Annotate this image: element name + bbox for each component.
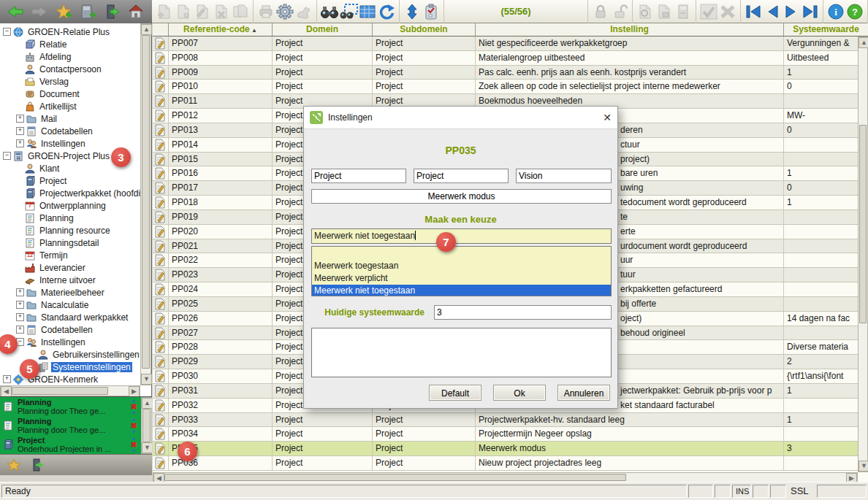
favorite-item[interactable]: ProjectOnderhoud Projecten in ...▲✖▼ xyxy=(0,435,141,454)
expand-icon[interactable]: + xyxy=(16,139,24,147)
current-value-field[interactable] xyxy=(434,305,612,320)
sidebar-item-materieelbeheer[interactable]: +Materieelbeheer xyxy=(0,286,140,299)
collapse-icon[interactable]: − xyxy=(3,28,11,36)
sort-updown-icon[interactable] xyxy=(403,2,422,21)
info-icon[interactable]: i xyxy=(826,2,845,21)
table-row[interactable]: PP034ProjectProjectProjecttermijn Negeer… xyxy=(153,427,868,442)
expand-icon[interactable]: + xyxy=(16,127,24,135)
sidebar-item-groen-relatie-plus[interactable]: −GROEN-Relatie Plus xyxy=(0,26,140,38)
remove-favorite-icon[interactable]: ✖ xyxy=(128,404,140,410)
nav-prev-icon[interactable] xyxy=(763,2,782,21)
column-header-Subdomein[interactable]: Subdomein xyxy=(373,23,476,36)
tree-scroll-thumb[interactable] xyxy=(142,35,150,369)
expand-icon[interactable]: + xyxy=(16,326,24,334)
expand-icon[interactable]: + xyxy=(16,301,24,309)
cancel-button[interactable]: Annuleren xyxy=(557,385,610,401)
setting-name-field[interactable] xyxy=(311,189,612,204)
domein-field[interactable] xyxy=(311,169,406,183)
column-header-Domein[interactable]: Domein xyxy=(273,23,373,36)
sidebar-item-projectwerkpakket-hoofdin[interactable]: Projectwerkpakket (hoofdin xyxy=(0,187,140,199)
expand-icon[interactable]: + xyxy=(16,313,24,321)
search-selection-icon[interactable] xyxy=(339,2,358,21)
sidebar-item-verslag[interactable]: Verslag xyxy=(0,75,140,88)
favorite-add-icon[interactable] xyxy=(54,2,73,21)
nav-next-icon[interactable] xyxy=(782,2,801,21)
bron-field[interactable] xyxy=(516,169,612,183)
sidebar-item-project[interactable]: Project xyxy=(0,174,140,187)
sidebar-item-termijn[interactable]: 12Termijn xyxy=(0,249,140,261)
table-vertical-scrollbar[interactable]: ▲ ▼ xyxy=(858,36,868,472)
expand-icon[interactable]: + xyxy=(16,288,24,296)
sidebar-item-codetabellen[interactable]: +Codetabellen xyxy=(0,125,140,137)
sidebar-item-instellingen[interactable]: −Instellingen xyxy=(0,336,140,348)
help-icon[interactable]: ? xyxy=(845,2,864,21)
notes-textarea[interactable] xyxy=(311,328,612,377)
column-header-Referentie-code[interactable]: Referentie-code ▲ xyxy=(169,23,273,36)
expand-icon[interactable]: + xyxy=(3,375,11,383)
choice-option[interactable] xyxy=(312,247,611,260)
column-header-Systeemwaarde[interactable]: Systeemwaarde xyxy=(784,23,868,36)
sidebar-item-nacalculatie[interactable]: +Nacalculatie xyxy=(0,299,140,311)
archive-add-icon[interactable] xyxy=(78,2,97,21)
sidebar-item-relatie[interactable]: Relatie xyxy=(0,38,140,50)
scroll-down-icon[interactable]: ▼ xyxy=(859,461,868,472)
table-hscroll-thumb[interactable] xyxy=(164,474,626,481)
move-down-icon[interactable]: ▼ xyxy=(128,448,140,454)
exit-door-icon[interactable] xyxy=(102,2,121,21)
ok-button[interactable]: Ok xyxy=(493,385,546,401)
scroll-up-icon[interactable]: ▲ xyxy=(141,24,152,35)
column-header-Instelling[interactable]: Instelling xyxy=(476,23,784,36)
table-row[interactable]: PP007ProjectProjectNiet gespecificeerde … xyxy=(153,36,868,51)
choice-option[interactable]: Meerwerk niet toegestaan xyxy=(312,285,611,296)
collapse-icon[interactable]: − xyxy=(3,152,11,160)
scroll-up-icon[interactable]: ▲ xyxy=(859,37,868,48)
refresh-icon[interactable] xyxy=(377,2,396,21)
favorite-item[interactable]: PlanningPlanning door Theo ge...▲✖▼ xyxy=(0,397,141,416)
sidebar-item-artikellijst[interactable]: Artikellijst xyxy=(0,100,140,112)
move-down-icon[interactable]: ▼ xyxy=(128,429,140,435)
tree-horizontal-scrollbar[interactable]: ◀ ▶ xyxy=(0,385,140,396)
scroll-right-icon[interactable]: ▶ xyxy=(129,386,140,397)
table-row[interactable]: PP033ProjectProjectProjectwerkpakket-hv.… xyxy=(153,413,868,428)
back-arrow-icon[interactable] xyxy=(6,2,25,21)
clipboard-check-icon[interactable] xyxy=(422,2,441,21)
table-row[interactable]: PP008ProjectProjectMaterialengroep uitbe… xyxy=(153,51,868,66)
sidebar-item-codetabellen[interactable]: +Codetabellen xyxy=(0,323,140,336)
choice-input[interactable]: Meerwerk niet toegestaan xyxy=(311,228,612,244)
choice-option[interactable]: Meerwerk verplicht xyxy=(312,272,611,285)
tree-hscroll-thumb[interactable] xyxy=(12,387,108,395)
nav-last-icon[interactable] xyxy=(801,2,820,21)
table-row[interactable]: PP010ProjectProjectZoek alleen op code i… xyxy=(153,80,868,94)
sidebar-item-standaard-werkpakket[interactable]: +Standaard werkpakket xyxy=(0,311,140,323)
exit-icon[interactable] xyxy=(28,455,47,474)
default-button[interactable]: Default xyxy=(429,385,481,401)
sidebar-item-gebruikersinstellingen[interactable]: Gebruikersinstellingen xyxy=(0,348,140,361)
sidebar-item-mail[interactable]: +Mail xyxy=(0,112,140,125)
table-row[interactable]: PP009ProjectProjectPas calc. eenh. prijs… xyxy=(153,66,868,80)
sidebar-item-planning[interactable]: Planning xyxy=(0,212,140,224)
favorites-icon[interactable] xyxy=(4,455,23,474)
home-icon[interactable] xyxy=(126,2,145,21)
table-row[interactable]: PP035ProjectProjectMeerwerk modus3 xyxy=(153,442,868,456)
nav-first-icon[interactable] xyxy=(744,2,763,21)
grid-view-icon[interactable] xyxy=(358,2,377,21)
scroll-down-icon[interactable]: ▼ xyxy=(142,442,152,453)
subdomein-field[interactable] xyxy=(414,169,509,183)
favorites-scrollbar[interactable]: ▲ ▼ xyxy=(141,397,152,454)
search-binoculars-icon[interactable] xyxy=(320,2,339,21)
table-scroll-thumb[interactable] xyxy=(859,125,867,323)
scroll-left-icon[interactable]: ◀ xyxy=(1,386,12,397)
dialog-titlebar[interactable]: Instellingen ✕ xyxy=(304,107,617,129)
sidebar-item-leverancier[interactable]: Leverancier xyxy=(0,261,140,274)
sidebar-item-contactpersoon[interactable]: Contactpersoon xyxy=(0,63,140,75)
sidebar-item-ontwerpplanning[interactable]: 7Ontwerpplanning xyxy=(0,199,140,212)
favorites-scroll-thumb[interactable] xyxy=(142,409,151,442)
sidebar-item-document[interactable]: Document xyxy=(0,88,140,100)
table-row[interactable]: PP036ProjectProjectNieuw project project… xyxy=(153,456,868,471)
scroll-up-icon[interactable]: ▲ xyxy=(142,398,152,409)
remove-favorite-icon[interactable]: ✖ xyxy=(128,442,140,448)
sidebar-item-planningsdetail[interactable]: Planningsdetail xyxy=(0,236,140,249)
column-header-icon[interactable] xyxy=(153,23,169,36)
remove-favorite-icon[interactable]: ✖ xyxy=(128,423,140,429)
move-down-icon[interactable]: ▼ xyxy=(128,410,140,416)
